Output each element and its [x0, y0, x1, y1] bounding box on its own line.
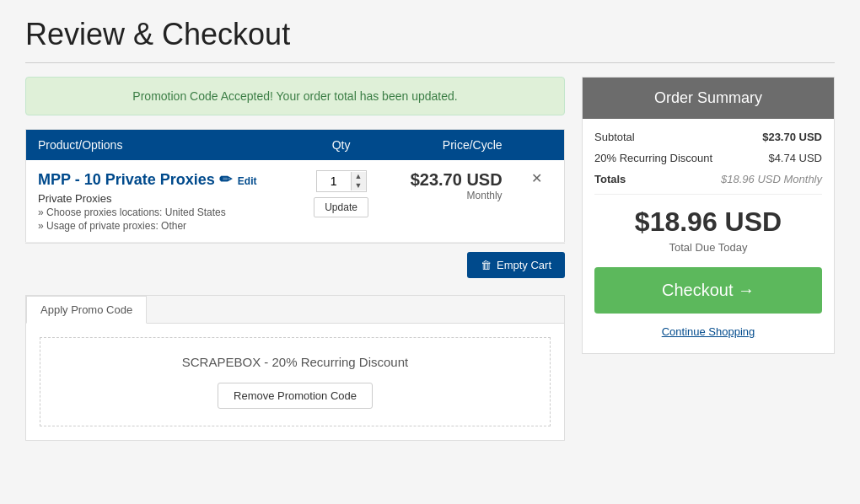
edit-link[interactable]: Edit	[238, 175, 257, 187]
main-layout: Promotion Code Accepted! Your order tota…	[25, 77, 835, 441]
qty-spinners: ▲ ▼	[351, 172, 366, 190]
empty-cart-button[interactable]: 🗑 Empty Cart	[467, 252, 565, 278]
subtotal-label: Subtotal	[594, 131, 635, 143]
col-qty: Qty	[298, 130, 385, 161]
col-remove	[514, 130, 565, 161]
totals-value: $18.96 USD Monthly	[721, 173, 822, 185]
discount-value: $4.74 USD	[768, 152, 822, 164]
product-name: MPP - 10 Private Proxies ✏ Edit	[38, 170, 286, 189]
price-cell: $23.70 USD Monthly	[384, 160, 513, 243]
product-detail-1: » Choose proxies locations: United State…	[38, 206, 286, 218]
cart-bottom: 🗑 Empty Cart	[25, 243, 565, 287]
trash-icon: 🗑	[481, 259, 492, 271]
promo-banner-text: Promotion Code Accepted! Your order tota…	[132, 89, 457, 103]
product-detail-2: » Usage of private proxies: Other	[38, 220, 286, 232]
qty-input-group: ▲ ▼	[316, 170, 367, 192]
col-price: Price/Cycle	[384, 130, 513, 161]
promo-body: SCRAPEBOX - 20% Recurring Discount Remov…	[40, 337, 551, 426]
remove-item-button[interactable]: ✕	[526, 170, 547, 186]
price-amount: $23.70 USD	[396, 170, 502, 190]
remove-cell: ✕	[514, 160, 565, 243]
table-row: MPP - 10 Private Proxies ✏ Edit Private …	[26, 160, 565, 243]
cart-header-row: Product/Options Qty Price/Cycle	[26, 130, 565, 161]
empty-cart-label: Empty Cart	[497, 259, 551, 271]
page-title: Review & Checkout	[25, 17, 835, 63]
promo-banner: Promotion Code Accepted! Your order tota…	[25, 77, 565, 115]
order-summary: Order Summary Subtotal $23.70 USD 20% Re…	[582, 77, 835, 354]
summary-subtotal-row: Subtotal $23.70 USD	[594, 131, 822, 143]
total-amount: $18.96 USD	[594, 206, 822, 238]
summary-discount-row: 20% Recurring Discount $4.74 USD	[594, 152, 822, 164]
apply-promo-tab[interactable]: Apply Promo Code	[26, 296, 147, 324]
order-summary-body: Subtotal $23.70 USD 20% Recurring Discou…	[583, 119, 834, 353]
subtotal-value: $23.70 USD	[762, 131, 822, 143]
continue-shopping-button[interactable]: Continue Shopping	[594, 322, 822, 341]
product-type: Private Proxies	[38, 192, 286, 205]
promo-section: Apply Promo Code SCRAPEBOX - 20% Recurri…	[25, 295, 565, 441]
qty-cell: ▲ ▼ Update	[298, 160, 385, 243]
cart-table: Product/Options Qty Price/Cycle MPP - 10…	[25, 129, 565, 243]
product-cell: MPP - 10 Private Proxies ✏ Edit Private …	[26, 160, 298, 243]
summary-divider	[594, 194, 822, 195]
promo-tabs: Apply Promo Code	[26, 296, 564, 324]
update-button[interactable]: Update	[314, 197, 368, 217]
edit-icon: ✏	[219, 171, 232, 188]
discount-label: 20% Recurring Discount	[594, 152, 712, 164]
qty-down-button[interactable]: ▼	[352, 181, 366, 190]
right-panel: Order Summary Subtotal $23.70 USD 20% Re…	[582, 77, 835, 354]
summary-totals-row: Totals $18.96 USD Monthly	[594, 173, 822, 185]
apply-promo-tab-label: Apply Promo Code	[40, 303, 132, 316]
remove-promo-button[interactable]: Remove Promotion Code	[218, 383, 373, 409]
left-panel: Promotion Code Accepted! Your order tota…	[25, 77, 565, 441]
qty-up-button[interactable]: ▲	[352, 172, 366, 181]
order-summary-header: Order Summary	[583, 78, 834, 119]
price-cycle: Monthly	[396, 190, 502, 201]
checkout-button[interactable]: Checkout →	[594, 267, 822, 314]
promo-code-label: SCRAPEBOX - 20% Recurring Discount	[57, 355, 533, 369]
col-product: Product/Options	[26, 130, 298, 161]
qty-wrapper: ▲ ▼ Update	[314, 170, 368, 217]
qty-input[interactable]	[317, 171, 351, 191]
total-due-label: Total Due Today	[594, 241, 822, 254]
totals-label: Totals	[594, 173, 626, 185]
